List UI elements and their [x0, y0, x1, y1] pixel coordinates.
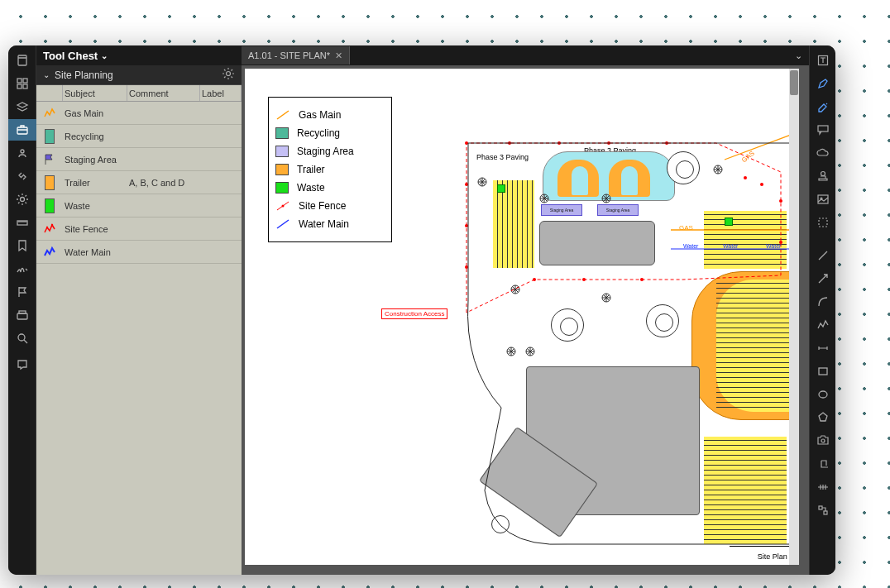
tool-swatch [36, 129, 63, 144]
file-access-icon[interactable] [8, 50, 36, 71]
roundabout [667, 151, 700, 184]
spaces-icon[interactable] [8, 142, 36, 164]
staging-area: Staging Area [541, 204, 582, 216]
svg-rect-0 [18, 55, 26, 65]
dimension-tool-icon[interactable] [810, 337, 835, 359]
close-icon[interactable]: ✕ [335, 50, 342, 61]
svg-point-34 [665, 141, 668, 145]
legend-row: Trailer [275, 160, 385, 179]
erase-tool-icon[interactable] [810, 476, 835, 498]
toolset-section[interactable]: ⌄ Site Planning [36, 65, 242, 85]
svg-rect-46 [818, 126, 828, 131]
line-tool-icon[interactable] [810, 245, 835, 266]
svg-rect-5 [17, 127, 27, 134]
tool-subject: Staging Area [63, 155, 127, 165]
crop-tool-icon[interactable] [810, 212, 835, 233]
legend-label: Trailer [297, 164, 325, 175]
tool-row[interactable]: Site Fence [36, 218, 242, 241]
panel-header[interactable]: Tool Chest ⌄ [36, 45, 242, 65]
hyperlink-tool-icon[interactable] [810, 453, 835, 475]
rectangle-tool-icon[interactable] [810, 361, 835, 382]
tool-chest-icon[interactable] [8, 119, 36, 141]
app-window: Tool Chest ⌄ ⌄ Site Planning Subject Com… [8, 45, 835, 575]
cloud-tool-icon[interactable] [810, 142, 835, 164]
col-comment[interactable]: Comment [127, 85, 200, 101]
signatures-icon[interactable] [8, 258, 36, 280]
legend-row: Staging Area [275, 142, 385, 160]
tool-row[interactable]: Waste [36, 194, 242, 218]
bookmarks-icon[interactable] [8, 235, 36, 256]
properties-icon[interactable] [8, 189, 36, 210]
polyline-tool-icon[interactable] [810, 314, 835, 336]
tab-dropdown[interactable]: ⌄ [788, 50, 809, 61]
table-header: Subject Comment Label [36, 85, 242, 102]
sheet-title: Site Plan [758, 552, 787, 561]
callout-tool-icon[interactable] [810, 119, 835, 141]
waste-marker [497, 184, 505, 193]
document-canvas[interactable]: Gas MainRecyclingStaging AreaTrailerWast… [245, 69, 799, 565]
tool-subject: Site Fence [63, 224, 127, 234]
arrow-tool-icon[interactable] [810, 268, 835, 289]
legend-label: Site Fence [299, 200, 346, 212]
tool-subject: Water Main [63, 247, 127, 257]
svg-rect-4 [23, 84, 27, 88]
svg-point-39 [640, 278, 644, 281]
tool-row[interactable]: Water Main [36, 241, 242, 264]
tool-swatch [36, 198, 63, 213]
tab-bar: A1.01 - SITE PLAN* ✕ ⌄ [242, 45, 809, 65]
snapshot-tool-icon[interactable] [810, 430, 835, 452]
tool-row[interactable]: Staging Area [36, 148, 242, 171]
highlight-tool-icon[interactable] [810, 96, 835, 117]
thumbnails-icon[interactable] [8, 73, 36, 94]
tool-row[interactable]: Gas Main [36, 102, 242, 125]
stamp-tool-icon[interactable] [810, 165, 835, 187]
sets-icon[interactable] [8, 304, 36, 326]
tool-table: Subject Comment Label Gas Main Recycling… [36, 85, 242, 575]
image-tool-icon[interactable] [810, 189, 835, 210]
text-tool-icon[interactable] [810, 50, 835, 71]
legend-label: Water Main [299, 218, 349, 230]
gas-label: GAS [740, 150, 756, 165]
water-label: Water [683, 243, 698, 249]
legend-label: Gas Main [299, 109, 341, 121]
tool-row[interactable]: Trailer A, B, C and D [36, 171, 242, 194]
svg-point-36 [760, 183, 763, 186]
svg-point-41 [533, 278, 536, 281]
tree-icon [524, 346, 536, 357]
links-icon[interactable] [8, 165, 36, 187]
tool-swatch [36, 175, 63, 190]
water-label: Water [766, 243, 781, 249]
tree-icon [510, 284, 521, 295]
search-icon[interactable] [8, 327, 36, 349]
parking-lot [704, 211, 787, 269]
pen-tool-icon[interactable] [810, 73, 835, 94]
svg-point-32 [557, 141, 561, 145]
svg-point-6 [21, 150, 24, 153]
left-toolbar [8, 45, 36, 575]
studio-icon[interactable] [8, 354, 36, 375]
gear-icon[interactable] [222, 67, 235, 83]
layers-icon[interactable] [8, 96, 36, 117]
ellipse-tool-icon[interactable] [810, 384, 835, 405]
legend-row: Site Fence [275, 197, 385, 215]
site-plan-drawing: Phase 3 Paving Phase 3 Paving [435, 135, 791, 557]
flags-icon[interactable] [8, 281, 36, 303]
tool-swatch [36, 107, 63, 120]
count-tool-icon[interactable] [810, 500, 835, 521]
measurements-icon[interactable] [8, 212, 36, 233]
document-tab[interactable]: A1.01 - SITE PLAN* ✕ [242, 46, 350, 65]
svg-point-12 [227, 72, 231, 76]
vertical-scrollbar[interactable] [789, 69, 799, 565]
tool-row[interactable]: Recycling [36, 125, 242, 148]
svg-line-43 [725, 135, 791, 160]
svg-point-47 [821, 172, 825, 176]
col-subject[interactable]: Subject [63, 85, 127, 101]
parking-lot [716, 280, 791, 412]
building [539, 221, 655, 265]
polygon-tool-icon[interactable] [810, 407, 835, 428]
svg-rect-50 [819, 218, 827, 227]
col-label[interactable]: Label [200, 85, 242, 101]
canvas-area[interactable]: Gas MainRecyclingStaging AreaTrailerWast… [242, 65, 809, 575]
right-toolbar [809, 45, 835, 575]
arc-tool-icon[interactable] [810, 291, 835, 313]
